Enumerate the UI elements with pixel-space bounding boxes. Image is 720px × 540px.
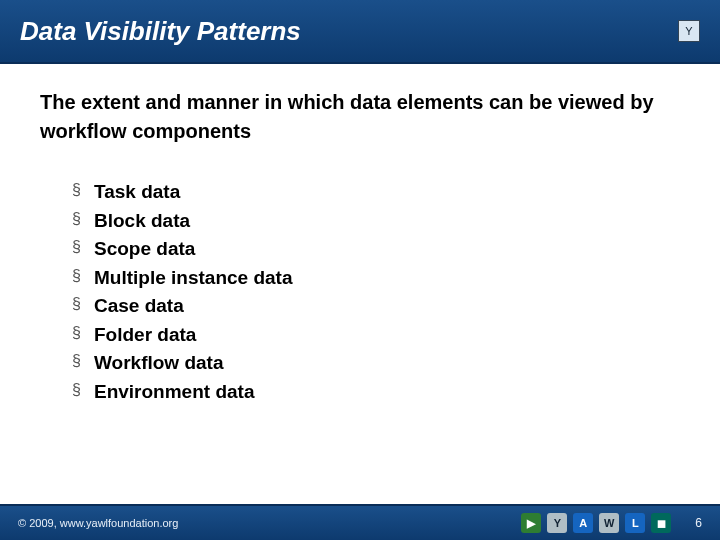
- footer-logo-icon: A: [573, 513, 593, 533]
- list-item: Environment data: [72, 378, 680, 407]
- slide-subtitle: The extent and manner in which data elem…: [40, 88, 680, 146]
- bullet-list: Task data Block data Scope data Multiple…: [40, 178, 680, 406]
- copyright-text: © 2009, www.yawlfoundation.org: [18, 517, 178, 529]
- footer-right: ▶ Y A W L ◼ 6: [521, 513, 702, 533]
- slide-footer: © 2009, www.yawlfoundation.org ▶ Y A W L…: [0, 504, 720, 540]
- list-item: Multiple instance data: [72, 264, 680, 293]
- slide-title: Data Visibility Patterns: [20, 16, 301, 47]
- footer-logo-icon: W: [599, 513, 619, 533]
- list-item: Block data: [72, 207, 680, 236]
- list-item: Folder data: [72, 321, 680, 350]
- slide-header: Data Visibility Patterns Y: [0, 0, 720, 64]
- list-item: Case data: [72, 292, 680, 321]
- footer-logo-icon: ▶: [521, 513, 541, 533]
- footer-logo-icon: Y: [547, 513, 567, 533]
- footer-logo-row: ▶ Y A W L ◼: [521, 513, 671, 533]
- footer-logo-icon: L: [625, 513, 645, 533]
- list-item: Scope data: [72, 235, 680, 264]
- header-logo-icon: Y: [678, 20, 700, 42]
- list-item: Task data: [72, 178, 680, 207]
- page-number: 6: [695, 516, 702, 530]
- list-item: Workflow data: [72, 349, 680, 378]
- slide-content: The extent and manner in which data elem…: [0, 64, 720, 406]
- footer-logo-icon: ◼: [651, 513, 671, 533]
